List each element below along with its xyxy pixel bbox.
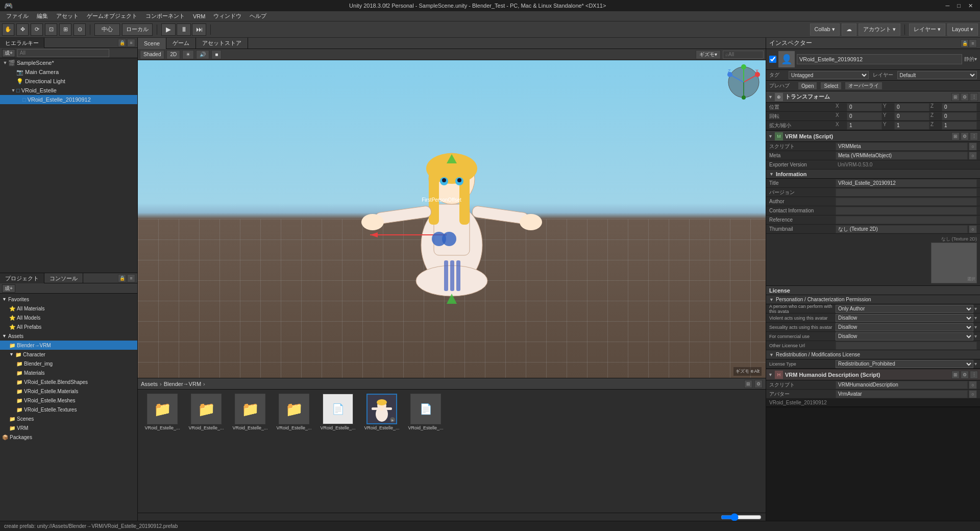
asset-view-btn[interactable]: ⊞ — [744, 380, 752, 388]
asset-item-4[interactable]: 📁 VRoid_Estelle_... — [274, 394, 314, 430]
tree-blendshapes[interactable]: 📁 VRoid_Estelle.BlendShapes — [0, 377, 137, 387]
prefab-select-btn[interactable]: Select — [820, 82, 842, 90]
tree-materials[interactable]: 📁 Materials — [0, 368, 137, 377]
tree-blender-img[interactable]: 📁 Blender_img — [0, 359, 137, 368]
tree-scenes[interactable]: 📁 Scenes — [0, 414, 137, 423]
vrm-info-header[interactable]: ▼ Information — [766, 170, 980, 179]
tool-scale[interactable]: ⊡ — [45, 23, 57, 36]
menu-file[interactable]: ファイル — [2, 12, 33, 20]
tool-rotate[interactable]: ⟳ — [31, 23, 43, 36]
hierarchy-tab[interactable]: ヒエラルキー — [0, 38, 44, 48]
layer-select[interactable]: Default — [897, 71, 977, 79]
scene-tab-scene[interactable]: Scene — [138, 38, 166, 49]
vrm-other-license-value[interactable] — [836, 342, 977, 350]
tree-assets[interactable]: ▼ Assets — [0, 331, 137, 341]
tool-hand[interactable]: ✋ — [2, 23, 14, 36]
hier-item-samplescene[interactable]: ▼ 🎬 SampleScene* — [0, 58, 137, 67]
maximize-btn[interactable]: □ — [954, 3, 964, 9]
vrm-humanoid-header[interactable]: ▼ H VRM Humanoid Description (Script) ⊞ … — [766, 369, 980, 380]
position-y-value[interactable]: 0 — [894, 103, 929, 111]
project-more[interactable]: ≡ — [127, 274, 135, 282]
project-lock[interactable]: 🔒 — [118, 274, 126, 282]
vrm-contact-value[interactable] — [836, 207, 977, 215]
vrm-thumbnail-select[interactable]: ○ — [969, 225, 977, 233]
scene-tab-game[interactable]: ゲーム — [166, 38, 196, 49]
vrm-meta-btn-2[interactable]: ⚙ — [961, 132, 969, 140]
pause-button[interactable]: ⏸ — [177, 23, 191, 36]
inspector-more[interactable]: ≡ — [969, 39, 977, 47]
vrm-script-select[interactable]: ○ — [969, 142, 977, 151]
menu-edit[interactable]: 編集 — [33, 12, 52, 20]
tag-select[interactable]: Untagged — [789, 71, 869, 79]
project-tab[interactable]: プロジェクト — [0, 273, 44, 283]
asset-path-assets[interactable]: Assets — [141, 381, 158, 387]
hierarchy-lock[interactable]: 🔒 — [118, 39, 126, 47]
tree-vrm-materials[interactable]: 📁 VRoid_Estelle.Materials — [0, 387, 137, 396]
vrm-humanoid-btn-2[interactable]: ⚙ — [961, 371, 969, 379]
hierarchy-search[interactable] — [17, 49, 109, 57]
minimize-btn[interactable]: ─ — [942, 3, 952, 9]
audio-toggle[interactable]: 🔊 — [196, 50, 209, 59]
tool-move[interactable]: ✥ — [16, 23, 29, 36]
tree-all-materials[interactable]: ⭐ All Materials — [0, 304, 137, 313]
object-name-field[interactable] — [797, 54, 962, 64]
vrm-thumbnail-value[interactable]: なし (Texture 2D) — [836, 225, 968, 233]
hier-item-main-camera[interactable]: 📷 Main Camera — [0, 67, 137, 77]
vrm-reference-value[interactable] — [836, 216, 977, 224]
shading-mode[interactable]: Shaded — [140, 50, 164, 59]
step-button[interactable]: ⏭ — [192, 23, 206, 36]
asset-size-slider[interactable] — [721, 515, 762, 520]
scene-view[interactable]: X Y Z — [138, 60, 766, 378]
project-create[interactable]: 成+ — [2, 284, 15, 293]
play-button[interactable]: ▶ — [161, 23, 176, 36]
account-button[interactable]: アカウント ▾ — [859, 23, 900, 36]
asset-item-7[interactable]: 📄 VRoid_Estelle_... — [405, 394, 446, 430]
tree-vrm-textures[interactable]: 📁 VRoid_Estelle.Textures — [0, 405, 137, 414]
asset-item-5[interactable]: 📄 VRoid_Estelle_... — [317, 394, 358, 430]
vrm-humanoid-btn-1[interactable]: ⊞ — [951, 371, 960, 379]
pivot-toggle[interactable]: 中心 — [94, 23, 120, 36]
vrm-hum-script-select[interactable]: ○ — [969, 381, 977, 389]
rotation-z-value[interactable]: 0 — [942, 112, 977, 120]
menu-window[interactable]: ウィンドウ — [209, 12, 246, 20]
transform-header[interactable]: ▼ ⊕ トランスフォーム ⊞ ⚙ ⋮ — [766, 91, 980, 103]
asset-item-2[interactable]: 📁 VRoid_Estelle_... — [186, 394, 227, 430]
hier-item-directional-light[interactable]: 💡 Directional Light — [0, 77, 137, 86]
tool-transform[interactable]: ⊙ — [74, 23, 86, 36]
object-active-checkbox[interactable] — [769, 56, 776, 63]
menu-help[interactable]: ヘルプ — [246, 12, 271, 20]
scale-y-value[interactable]: 1 — [894, 122, 929, 130]
hier-item-vroid-estelle-20190912[interactable]: □ VRoid_Estelle_20190912 — [0, 95, 137, 104]
vrm-meta-btn-3[interactable]: ⋮ — [970, 132, 978, 140]
tool-rect[interactable]: ⊞ — [59, 23, 71, 36]
vrm-redistribution-header[interactable]: ▼ Redistribution / Modifications License — [766, 350, 980, 359]
hierarchy-create[interactable]: 成+ — [2, 49, 15, 57]
close-btn[interactable]: ✕ — [965, 3, 976, 9]
tree-packages[interactable]: 📦 Packages — [0, 432, 137, 442]
vrm-sexuality-select[interactable]: Disallow — [836, 323, 973, 331]
vrm-person-select[interactable]: Only Author — [836, 305, 973, 313]
asset-item-6[interactable]: ▶ VRoid_Estelle_... — [361, 394, 402, 430]
vrm-version-value[interactable] — [836, 188, 977, 197]
menu-assets[interactable]: アセット — [52, 12, 83, 20]
vrm-author-value[interactable] — [836, 198, 977, 206]
vrm-hum-avatar-value[interactable]: VrmAvatar — [836, 390, 968, 398]
vrm-hum-avatar-select[interactable]: ○ — [969, 390, 977, 398]
vrm-personation-header[interactable]: ▼ Personation / Characterization Permiss… — [766, 295, 980, 304]
asset-settings-btn[interactable]: ⚙ — [754, 380, 763, 388]
tree-favorites[interactable]: ▼ Favorites — [0, 295, 137, 304]
inspector-lock[interactable]: 🔒 — [961, 39, 969, 47]
prefab-open-btn[interactable]: Open — [798, 82, 817, 90]
rotation-y-value[interactable]: 0 — [894, 112, 929, 120]
scale-z-value[interactable]: 1 — [942, 122, 977, 130]
vrm-humanoid-btn-3[interactable]: ⋮ — [970, 371, 978, 379]
asset-path-blender-vrm[interactable]: Blender→VRM — [164, 381, 201, 387]
vrm-title-value[interactable]: VRoid_Estelle_20190912 — [836, 179, 977, 187]
tree-vrm[interactable]: 📁 VRM — [0, 423, 137, 432]
lights-toggle[interactable]: ☀ — [182, 50, 194, 59]
position-x-value[interactable]: 0 — [847, 103, 882, 111]
cloud-button[interactable]: ☁ — [842, 23, 856, 36]
tree-blender-vrm[interactable]: 📁 Blender→VRM — [0, 341, 137, 350]
vrm-script-value[interactable]: VRMMeta — [836, 142, 968, 151]
vrm-violent-select[interactable]: Disallow — [836, 314, 973, 322]
